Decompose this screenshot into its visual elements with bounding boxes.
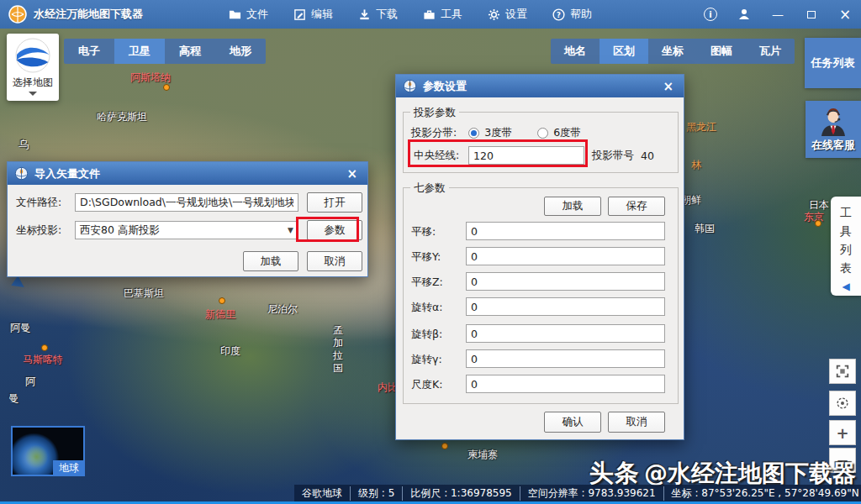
projection-value: 西安80 高斯投影: [80, 223, 160, 238]
radio-3-degree[interactable]: [468, 128, 479, 139]
online-service-label: 在线客服: [811, 138, 855, 153]
tab-districts[interactable]: 区划: [600, 39, 648, 64]
status-zoom-level: 级别 : 5: [350, 486, 402, 501]
rotate-alpha-input[interactable]: [466, 297, 665, 316]
locate-button[interactable]: [829, 391, 856, 416]
menu-label: 文件: [246, 7, 268, 22]
map-select-button[interactable]: 选择地图: [7, 34, 59, 101]
google-earth-icon: [14, 37, 51, 74]
params-button[interactable]: 参数: [307, 220, 362, 240]
task-list-button[interactable]: 任务列表: [805, 38, 861, 88]
tab-terrain[interactable]: 地形: [215, 39, 266, 64]
seven-load-button[interactable]: 加载: [544, 197, 601, 216]
tab-satellite[interactable]: 卫星: [114, 39, 165, 64]
dialog-logo-icon: [14, 166, 29, 181]
menu-settings[interactable]: 设置: [488, 7, 527, 22]
close-button[interactable]: ×: [836, 5, 854, 24]
open-button[interactable]: 打开: [307, 192, 362, 213]
city-dot: [219, 297, 225, 304]
rotate-beta-input[interactable]: [466, 324, 665, 343]
city-dot: [441, 443, 448, 449]
menu-label: 下载: [376, 7, 398, 22]
close-icon[interactable]: ×: [343, 166, 361, 181]
params-cancel-button[interactable]: 取消: [608, 412, 665, 433]
minimize-button[interactable]: —: [769, 5, 787, 24]
globe-thumbnail-label: 地球: [53, 460, 85, 476]
dropdown-arrow-icon: ▼: [288, 226, 293, 234]
city-dot: [163, 84, 170, 91]
central-meridian-label: 中央经线:: [414, 149, 459, 163]
info-icon: i: [704, 8, 717, 21]
svg-text:?: ?: [557, 10, 561, 18]
settings-icon: [488, 8, 500, 21]
shift-y-label: 平移Y:: [411, 250, 441, 265]
file-path-input[interactable]: [75, 193, 298, 212]
projection-select[interactable]: 西安80 高斯投影 ▼: [75, 221, 298, 239]
scale-k-input[interactable]: [466, 375, 665, 393]
import-dialog-header[interactable]: 导入矢量文件 ×: [8, 162, 367, 185]
menu-tools[interactable]: 工具: [423, 7, 462, 22]
zone-number-label: 投影带号: [592, 149, 634, 163]
city-dot: [41, 344, 48, 351]
params-dialog: 参数设置 × 投影参数 投影分带: 3度带 6度带 中央经线: 投影带号 40 …: [395, 74, 684, 440]
tool-list-panel[interactable]: 工具列表 ◀: [831, 197, 861, 296]
maximize-button[interactable]: [802, 5, 821, 24]
tab-electronic[interactable]: 电子: [64, 39, 114, 64]
tab-placenames[interactable]: 地名: [551, 39, 600, 64]
fullscreen-button[interactable]: [829, 359, 856, 384]
plus-icon: +: [836, 424, 848, 442]
title-bar[interactable]: 水经注万能地图下载器 文件 编辑: [0, 0, 861, 29]
zone-split-label: 投影分带:: [411, 126, 457, 140]
dialog-title: 参数设置: [423, 79, 467, 94]
collapse-left-icon[interactable]: ◀: [842, 281, 849, 292]
shift-z-input[interactable]: [466, 272, 665, 291]
user-icon: [737, 8, 751, 21]
status-scale: 比例尺 : 1:36978595: [402, 486, 519, 501]
menu-help[interactable]: ? 帮助: [552, 7, 592, 22]
params-dialog-header[interactable]: 参数设置 ×: [396, 75, 684, 97]
menu-edit[interactable]: 编辑: [293, 7, 333, 22]
rotate-gamma-input[interactable]: [466, 349, 665, 368]
fullscreen-icon: [835, 364, 850, 379]
help-icon: ?: [552, 8, 565, 21]
tab-coordinates[interactable]: 坐标: [648, 39, 697, 64]
radio-6-degree[interactable]: [537, 128, 548, 139]
account-button[interactable]: [735, 5, 753, 24]
task-list-label: 任务列表: [811, 55, 855, 71]
status-resolution: 空间分辨率 : 9783.939621: [520, 486, 663, 501]
online-service-button[interactable]: 在线客服: [806, 101, 861, 158]
import-load-button[interactable]: 加载: [243, 251, 298, 271]
status-map-source: 谷歌地球: [294, 486, 350, 501]
group-label: 七参数: [410, 181, 449, 196]
close-icon[interactable]: ×: [659, 79, 677, 94]
about-button[interactable]: i: [701, 5, 720, 24]
map-type-tabs: 电子 卫星 高程 地形: [64, 39, 266, 64]
menu-label: 设置: [505, 7, 527, 22]
tab-elevation[interactable]: 高程: [165, 39, 215, 64]
shift-y-input[interactable]: [466, 247, 665, 265]
tool-list-label: 工具列表: [839, 203, 853, 277]
menu-download[interactable]: 下载: [358, 7, 398, 22]
watermark-handle: @水经注地图下载器: [644, 459, 856, 487]
scale-k-label: 尺度K:: [411, 378, 442, 392]
file-path-label: 文件路径:: [16, 196, 61, 210]
rotate-beta-label: 旋转β:: [411, 328, 442, 342]
seven-save-button[interactable]: 保存: [608, 197, 665, 216]
watermark-badge: 头条: [589, 459, 639, 487]
import-cancel-button[interactable]: 取消: [307, 251, 362, 271]
confirm-button[interactable]: 确认: [544, 412, 601, 433]
globe-thumbnail[interactable]: 地球: [11, 426, 85, 476]
menu-label: 编辑: [311, 7, 333, 22]
tab-sheets[interactable]: 图幅: [697, 39, 746, 64]
tab-tiles[interactable]: 瓦片: [746, 39, 795, 64]
menu-label: 帮助: [570, 7, 592, 22]
map-select-label: 选择地图: [13, 76, 53, 90]
dialog-title: 导入矢量文件: [34, 166, 100, 181]
central-meridian-input[interactable]: [468, 146, 584, 165]
city-dot: [815, 220, 821, 227]
menu-bar: 文件 编辑 下载: [229, 0, 592, 29]
zoom-in-button[interactable]: +: [829, 420, 856, 445]
menu-file[interactable]: 文件: [229, 7, 268, 22]
group-label: 投影参数: [410, 106, 459, 120]
shift-x-input[interactable]: [466, 222, 665, 240]
